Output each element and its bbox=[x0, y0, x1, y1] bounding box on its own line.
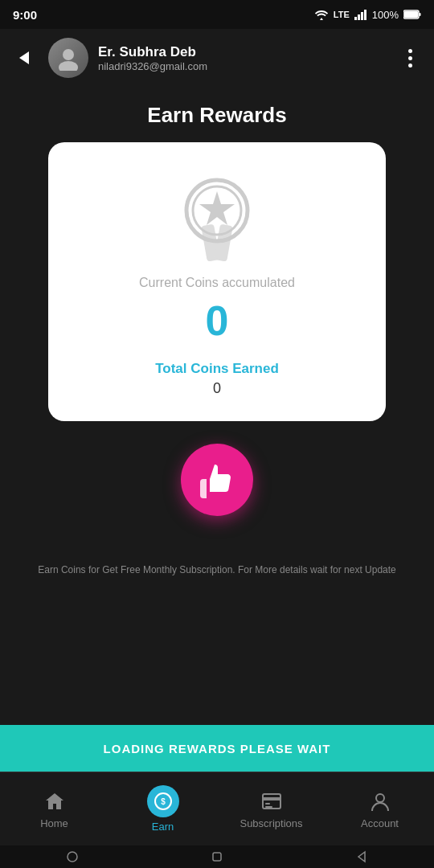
svg-rect-22 bbox=[213, 853, 221, 861]
account-icon bbox=[367, 788, 393, 814]
avatar bbox=[48, 38, 88, 78]
nav-item-subscriptions[interactable]: Subscriptions bbox=[217, 788, 326, 829]
signal-icon bbox=[354, 9, 367, 20]
svg-point-7 bbox=[63, 49, 74, 60]
home-icon bbox=[42, 788, 68, 814]
svg-text:$: $ bbox=[161, 797, 166, 806]
svg-point-21 bbox=[68, 852, 77, 862]
svg-marker-23 bbox=[358, 852, 365, 862]
medal-icon bbox=[173, 166, 261, 263]
svg-rect-3 bbox=[364, 10, 366, 20]
lte-icon: LTE bbox=[334, 10, 350, 19]
thumbs-container bbox=[0, 444, 434, 516]
user-info: Er. Subhra Deb niladri9326@gmail.com bbox=[98, 44, 386, 72]
total-earned-label: Total Coins Earned bbox=[155, 361, 279, 377]
three-dots-icon bbox=[408, 49, 412, 68]
bottom-nav: Home $ Earn Subscriptions bbox=[0, 772, 434, 845]
page-title: Earn Rewards bbox=[0, 103, 434, 128]
svg-rect-17 bbox=[263, 797, 280, 800]
coins-value: 0 bbox=[206, 297, 229, 345]
nav-label-account: Account bbox=[361, 817, 399, 829]
nav-label-earn: Earn bbox=[152, 821, 174, 833]
status-icons: LTE 100% bbox=[314, 9, 421, 21]
menu-button[interactable] bbox=[395, 43, 424, 72]
android-nav bbox=[0, 845, 434, 868]
bottom-hint: Earn Coins for Get Free Monthly Subscrip… bbox=[0, 564, 434, 575]
user-name: Er. Subhra Deb bbox=[98, 44, 386, 60]
nav-label-home: Home bbox=[40, 817, 68, 829]
svg-marker-13 bbox=[199, 191, 235, 225]
svg-rect-1 bbox=[358, 14, 360, 20]
svg-rect-19 bbox=[265, 806, 272, 808]
wifi-icon bbox=[314, 9, 329, 20]
thumbs-up-icon bbox=[197, 460, 237, 500]
nav-item-earn[interactable]: $ Earn bbox=[108, 785, 217, 833]
status-bar: 9:00 LTE 100% bbox=[0, 0, 434, 29]
nav-label-subscriptions: Subscriptions bbox=[240, 817, 302, 829]
thumbs-up-button[interactable] bbox=[181, 444, 253, 516]
subscriptions-icon bbox=[259, 788, 285, 814]
svg-point-8 bbox=[59, 61, 78, 71]
coins-label: Current Coins accumulated bbox=[139, 276, 295, 290]
nav-item-home[interactable]: Home bbox=[0, 788, 108, 829]
battery-text: 100% bbox=[372, 9, 399, 21]
status-time: 9:00 bbox=[13, 8, 37, 22]
top-bar: Er. Subhra Deb niladri9326@gmail.com bbox=[0, 29, 434, 87]
svg-rect-18 bbox=[265, 803, 270, 805]
total-earned-value: 0 bbox=[213, 380, 221, 397]
android-back-btn[interactable] bbox=[354, 849, 370, 865]
nav-item-account[interactable]: Account bbox=[326, 788, 434, 829]
loading-bar: LOADING REWARDS PLEASE WAIT bbox=[0, 725, 434, 772]
svg-point-20 bbox=[376, 794, 384, 802]
svg-rect-2 bbox=[361, 12, 363, 20]
rewards-card: Current Coins accumulated 0 Total Coins … bbox=[48, 142, 386, 421]
loading-text: LOADING REWARDS PLEASE WAIT bbox=[104, 742, 331, 755]
earn-icon-circle: $ bbox=[147, 785, 179, 817]
android-home-btn[interactable] bbox=[209, 849, 225, 865]
svg-rect-5 bbox=[404, 11, 418, 18]
back-arrow-icon bbox=[19, 51, 29, 64]
user-email: niladri9326@gmail.com bbox=[98, 60, 386, 72]
battery-icon bbox=[403, 10, 421, 19]
android-circle-btn[interactable] bbox=[64, 849, 80, 865]
svg-rect-6 bbox=[420, 13, 421, 16]
back-button[interactable] bbox=[10, 43, 39, 72]
svg-rect-0 bbox=[354, 17, 357, 20]
